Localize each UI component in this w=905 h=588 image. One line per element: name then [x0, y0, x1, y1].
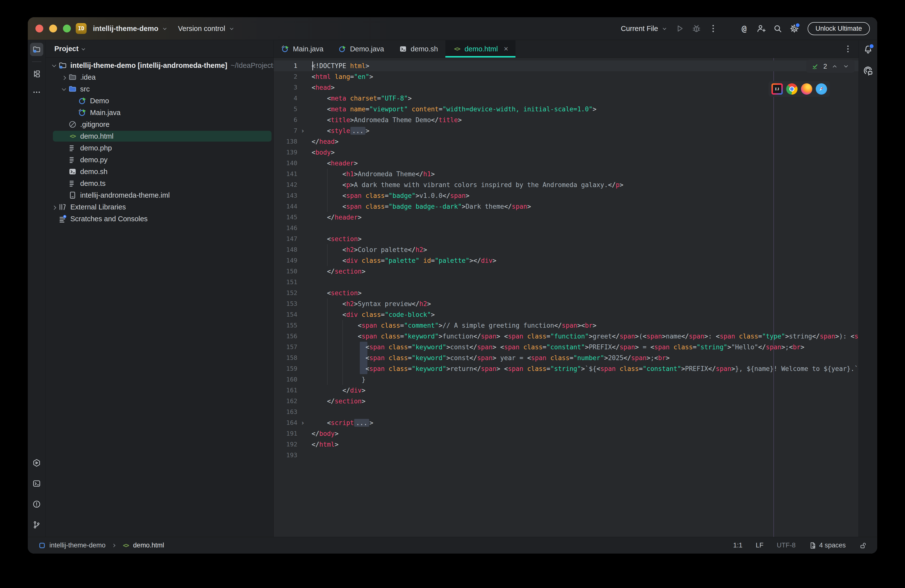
- tab-demo.html[interactable]: <>demo.html×: [445, 40, 516, 57]
- vcs-widget[interactable]: Version control: [175, 22, 238, 35]
- close-window-button[interactable]: [35, 25, 43, 32]
- code-area[interactable]: 1<!DOCTYPE html>2<html lang="en">3<head>…: [274, 58, 859, 537]
- code-line-145[interactable]: 145 </header>: [274, 212, 859, 223]
- chrome-browser-icon[interactable]: [786, 83, 797, 95]
- tree-item-.gitignore[interactable]: .gitignore: [46, 119, 273, 130]
- line-number[interactable]: 160: [274, 374, 297, 385]
- line-number[interactable]: 141: [274, 169, 297, 179]
- line-number[interactable]: 6: [274, 114, 297, 125]
- line-number[interactable]: 161: [274, 385, 297, 396]
- tree-item-src[interactable]: src: [46, 83, 273, 95]
- tool-terminal-button[interactable]: [30, 477, 43, 490]
- tree-item-.idea[interactable]: .idea: [46, 71, 273, 83]
- line-number[interactable]: 138: [274, 136, 297, 147]
- chevron-down-icon[interactable]: [60, 85, 68, 93]
- code-line-1[interactable]: 1<!DOCTYPE html>: [274, 60, 859, 71]
- chevron-down-icon[interactable]: [50, 61, 58, 70]
- fold-marker-icon[interactable]: ›: [297, 417, 308, 428]
- line-number[interactable]: 139: [274, 147, 297, 158]
- code-line-146[interactable]: 146: [274, 223, 859, 233]
- code-line-139[interactable]: 139<body>: [274, 147, 859, 158]
- code-line-153[interactable]: 153 <h2>Syntax preview</h2>: [274, 298, 859, 309]
- code-line-144[interactable]: 144 <span class="badge badge--dark">Dark…: [274, 201, 859, 212]
- tree-item-intellij-andromeda-theme.iml[interactable]: intellij-andromeda-theme.iml: [46, 189, 273, 201]
- line-number[interactable]: 162: [274, 396, 297, 407]
- line-number[interactable]: 147: [274, 233, 297, 244]
- line-number[interactable]: 158: [274, 352, 297, 363]
- code-line-192[interactable]: 192</html>: [274, 439, 859, 450]
- tool-services-button[interactable]: [30, 456, 43, 469]
- line-number[interactable]: 193: [274, 450, 297, 461]
- line-number[interactable]: 149: [274, 255, 297, 266]
- tool-project-button[interactable]: [30, 43, 43, 56]
- chevron-right-icon[interactable]: [50, 203, 58, 211]
- minimize-window-button[interactable]: [49, 25, 57, 32]
- settings-gear-icon[interactable]: [789, 24, 799, 33]
- line-number[interactable]: 156: [274, 331, 297, 342]
- code-line-160[interactable]: 160 }: [274, 374, 859, 385]
- line-number[interactable]: 3: [274, 82, 297, 93]
- search-everywhere-icon[interactable]: [773, 24, 783, 33]
- breadcrumb-file[interactable]: demo.html: [133, 542, 164, 549]
- project-widget[interactable]: intellij-theme-demo: [90, 22, 171, 35]
- unlock-ultimate-button[interactable]: Unlock Ultimate: [808, 22, 870, 35]
- line-number[interactable]: 152: [274, 288, 297, 298]
- code-line-159[interactable]: 159 <span class="keyword">return</span> …: [274, 363, 859, 374]
- fold-marker-icon[interactable]: ›: [297, 125, 308, 136]
- code-line-7[interactable]: 7› <style...>: [274, 125, 859, 136]
- line-number[interactable]: 151: [274, 277, 297, 288]
- ai-assistant-icon[interactable]: @: [739, 24, 749, 33]
- code-line-140[interactable]: 140 <header>: [274, 158, 859, 169]
- tab-demo.sh[interactable]: demo.sh: [392, 40, 445, 57]
- close-icon[interactable]: ×: [504, 44, 508, 53]
- app-menu-icon[interactable]: ID: [76, 23, 87, 34]
- line-number[interactable]: 144: [274, 201, 297, 212]
- code-line-148[interactable]: 148 <h2>Color palette</h2>: [274, 244, 859, 255]
- line-number[interactable]: 145: [274, 212, 297, 223]
- line-number[interactable]: 142: [274, 179, 297, 190]
- line-number[interactable]: 159: [274, 363, 297, 374]
- indent-widget[interactable]: 4 spaces: [809, 542, 846, 549]
- zoom-window-button[interactable]: [63, 25, 71, 32]
- code-line-158[interactable]: 158 <span class="keyword">const</span> y…: [274, 352, 859, 363]
- code-line-164[interactable]: 164› <script...>: [274, 417, 859, 428]
- line-number[interactable]: 191: [274, 428, 297, 439]
- tool-ai-assistant-button[interactable]: [863, 65, 873, 76]
- safari-browser-icon[interactable]: [816, 83, 827, 95]
- code-line-161[interactable]: 161 </div>: [274, 385, 859, 396]
- code-line-191[interactable]: 191</body>: [274, 428, 859, 439]
- tree-item-demo.html[interactable]: <>demo.html: [46, 130, 273, 142]
- tab-main.java[interactable]: Main.java: [274, 40, 331, 57]
- previous-problem-icon[interactable]: [831, 63, 838, 70]
- code-line-142[interactable]: 142 <p>A dark theme with vibrant colors …: [274, 179, 859, 190]
- code-line-6[interactable]: 6 <title>Andromeda Theme Demo</title>: [274, 114, 859, 125]
- code-line-155[interactable]: 155 <span class="comment">// A simple gr…: [274, 320, 859, 331]
- line-separator-widget[interactable]: LF: [756, 542, 764, 549]
- code-line-157[interactable]: 157 <span class="keyword">const</span> <…: [274, 342, 859, 352]
- tree-item-main.java[interactable]: Main.java: [46, 107, 273, 119]
- line-number[interactable]: 1: [274, 60, 297, 71]
- tool-version-control-button[interactable]: [30, 518, 43, 531]
- tab-demo.java[interactable]: Demo.java: [331, 40, 392, 57]
- folded-region[interactable]: ...: [354, 419, 369, 427]
- tool-more-tool-windows-button[interactable]: [30, 86, 43, 99]
- code-line-150[interactable]: 150 </section>: [274, 266, 859, 277]
- code-line-154[interactable]: 154 <div class="code-block">: [274, 309, 859, 320]
- unlocked-icon[interactable]: [859, 542, 867, 549]
- line-number[interactable]: 4: [274, 93, 297, 104]
- code-line-163[interactable]: 163: [274, 407, 859, 417]
- code-line-162[interactable]: 162 </section>: [274, 396, 859, 407]
- debug-button-icon[interactable]: [692, 24, 701, 33]
- chevron-right-icon[interactable]: [60, 73, 68, 81]
- code-line-5[interactable]: 5 <meta name="viewport" content="width=d…: [274, 104, 859, 114]
- inspections-widget[interactable]: 2: [806, 60, 854, 73]
- line-number[interactable]: 140: [274, 158, 297, 169]
- code-line-149[interactable]: 149 <div class="palette" id="palette"></…: [274, 255, 859, 266]
- tree-item-scratches-and-consoles[interactable]: Scratches and Consoles: [46, 213, 273, 225]
- line-number[interactable]: 154: [274, 309, 297, 320]
- tree-item-demo[interactable]: Demo: [46, 95, 273, 107]
- run-button-icon[interactable]: [675, 24, 685, 33]
- breadcrumb-project[interactable]: intellij-theme-demo: [49, 542, 105, 549]
- tool-problems-button[interactable]: [30, 498, 43, 511]
- line-number[interactable]: 192: [274, 439, 297, 450]
